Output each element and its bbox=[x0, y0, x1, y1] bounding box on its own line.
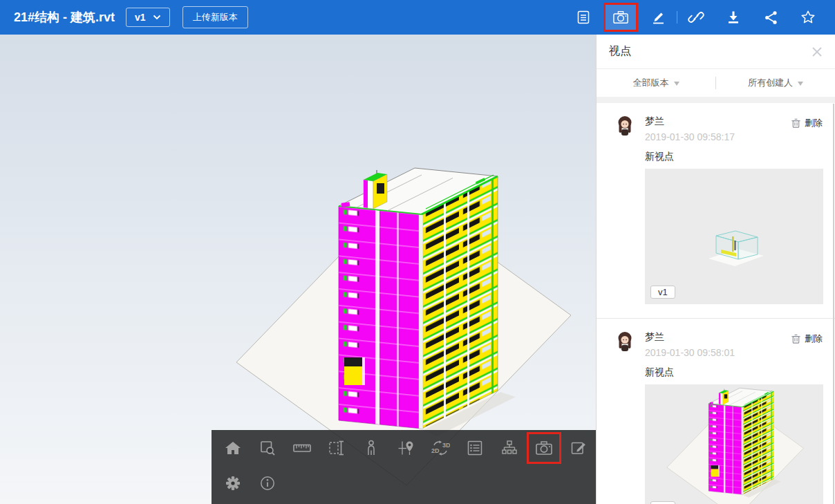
favorite-button[interactable] bbox=[789, 0, 827, 35]
author-name: 梦兰 bbox=[645, 115, 791, 128]
viewpoint-list-button[interactable] bbox=[458, 430, 492, 466]
viewpoint-thumbnail[interactable]: v1 bbox=[645, 384, 823, 504]
topbar: 21#结构 - 建筑.rvt v1 上传新版本 bbox=[0, 0, 835, 35]
building-right-face bbox=[422, 176, 498, 429]
thumbnail-preview bbox=[645, 169, 823, 304]
version-badge: v1 bbox=[650, 501, 675, 504]
map-pin-icon bbox=[397, 439, 415, 457]
minimap-button[interactable] bbox=[388, 430, 423, 466]
section-button[interactable] bbox=[319, 430, 354, 466]
viewpoint-item-header: 梦兰 2019-01-30 09:58:17 删除 bbox=[616, 115, 823, 142]
viewer-canvas[interactable]: 3D2D bbox=[0, 35, 596, 504]
document-icon bbox=[576, 10, 591, 25]
gear-icon bbox=[224, 474, 242, 492]
viewpoint-item-header: 梦兰 2019-01-30 09:58:01 删除 bbox=[616, 331, 823, 358]
version-dropdown[interactable]: v1 bbox=[126, 8, 170, 27]
viewpoint-author-block: 梦兰 2019-01-30 09:58:17 bbox=[645, 115, 791, 142]
trash-icon bbox=[791, 118, 801, 129]
model-tree-button[interactable] bbox=[492, 430, 527, 466]
camera-icon bbox=[612, 10, 629, 25]
file-title: 21#结构 - 建筑.rvt bbox=[14, 9, 115, 26]
person-icon bbox=[362, 439, 380, 457]
delete-button[interactable]: 删除 bbox=[791, 333, 823, 345]
star-icon bbox=[800, 9, 816, 26]
caret-down-icon bbox=[674, 82, 679, 86]
home-button[interactable] bbox=[216, 430, 250, 466]
topbar-left: 21#结构 - 建筑.rvt v1 上传新版本 bbox=[0, 6, 248, 28]
timestamp: 2019-01-30 09:58:01 bbox=[645, 347, 791, 358]
download-button[interactable] bbox=[715, 0, 752, 35]
walkthrough-button[interactable] bbox=[354, 430, 388, 466]
version-filter[interactable]: 全部版本 bbox=[597, 69, 715, 97]
share-button[interactable] bbox=[752, 0, 789, 35]
ruler-icon bbox=[292, 439, 312, 457]
info-button[interactable] bbox=[250, 465, 285, 501]
building-left-face bbox=[339, 206, 422, 429]
screenshot-button[interactable] bbox=[527, 430, 561, 466]
creator-filter-label: 所有创建人 bbox=[748, 77, 793, 89]
zoom-window-button[interactable] bbox=[250, 430, 285, 466]
viewpoint-name: 新视点 bbox=[645, 366, 823, 379]
svg-text:2D: 2D bbox=[431, 447, 440, 454]
close-button[interactable] bbox=[810, 45, 824, 59]
viewpoint-thumbnail[interactable]: v1 bbox=[645, 169, 823, 304]
viewpoint-item: 梦兰 2019-01-30 09:58:01 删除 新视点 v1 bbox=[597, 318, 835, 504]
chevron-down-icon bbox=[153, 15, 161, 20]
edit-square-icon bbox=[570, 439, 588, 457]
close-icon bbox=[810, 45, 824, 59]
screenshot-button-active[interactable] bbox=[602, 0, 639, 35]
panel-title: 视点 bbox=[609, 44, 631, 59]
version-filter-label: 全部版本 bbox=[633, 77, 669, 89]
upload-new-version-button[interactable]: 上传新版本 bbox=[182, 6, 248, 28]
zoom-window-icon bbox=[259, 439, 276, 457]
tree-icon bbox=[500, 439, 518, 457]
markup-edit-button[interactable] bbox=[561, 430, 596, 466]
share-icon bbox=[763, 10, 779, 26]
screenshot-active-highlight bbox=[603, 3, 638, 32]
viewpoint-name: 新视点 bbox=[645, 151, 823, 163]
thumbnail-preview bbox=[645, 384, 823, 504]
viewer-toolbar-row2 bbox=[212, 466, 596, 501]
author-name: 梦兰 bbox=[645, 331, 791, 344]
panel-header: 视点 bbox=[597, 35, 835, 69]
section-separator bbox=[597, 97, 835, 103]
home-icon bbox=[224, 440, 242, 456]
rooftop-penthouse bbox=[364, 170, 387, 209]
delete-button[interactable]: 删除 bbox=[791, 117, 823, 129]
measure-button[interactable] bbox=[285, 430, 319, 466]
timestamp: 2019-01-30 09:58:17 bbox=[645, 131, 791, 142]
viewer-toolbar: 3D2D bbox=[212, 430, 596, 504]
svg-text:3D: 3D bbox=[442, 442, 450, 449]
screenshot-active-highlight bbox=[527, 432, 561, 464]
topbar-icons bbox=[565, 0, 835, 35]
delete-label: 删除 bbox=[805, 333, 823, 345]
section-icon bbox=[328, 439, 346, 457]
pencil-icon bbox=[650, 10, 666, 25]
version-badge: v1 bbox=[650, 286, 675, 299]
download-icon bbox=[726, 10, 741, 25]
markup-button[interactable] bbox=[639, 0, 677, 35]
camera-icon bbox=[535, 440, 553, 456]
trash-icon bbox=[791, 333, 801, 344]
2d3d-toggle-button[interactable]: 3D2D bbox=[423, 430, 458, 466]
panel-filters: 全部版本 所有创建人 bbox=[597, 69, 835, 97]
list-icon bbox=[466, 439, 484, 457]
viewpoints-panel: 视点 全部版本 所有创建人 bbox=[596, 35, 835, 504]
viewer-toolbar-row1: 3D2D bbox=[212, 430, 596, 466]
link-icon bbox=[688, 9, 704, 26]
panel-scrollbar[interactable] bbox=[833, 104, 834, 504]
info-icon bbox=[259, 474, 276, 492]
app-root: 21#结构 - 建筑.rvt v1 上传新版本 bbox=[0, 0, 835, 504]
document-button[interactable] bbox=[565, 0, 602, 35]
delete-label: 删除 bbox=[805, 117, 823, 129]
viewpoint-list: 梦兰 2019-01-30 09:58:17 删除 新视点 bbox=[597, 103, 835, 504]
avatar bbox=[616, 331, 634, 352]
caret-down-icon bbox=[798, 82, 803, 86]
link-button[interactable] bbox=[677, 0, 715, 35]
settings-button[interactable] bbox=[216, 465, 250, 501]
creator-filter[interactable]: 所有创建人 bbox=[716, 69, 835, 97]
avatar bbox=[616, 115, 634, 136]
2d3d-toggle-icon: 3D2D bbox=[431, 439, 450, 457]
viewpoint-author-block: 梦兰 2019-01-30 09:58:01 bbox=[645, 331, 791, 358]
viewpoint-item: 梦兰 2019-01-30 09:58:17 删除 新视点 bbox=[597, 103, 835, 318]
